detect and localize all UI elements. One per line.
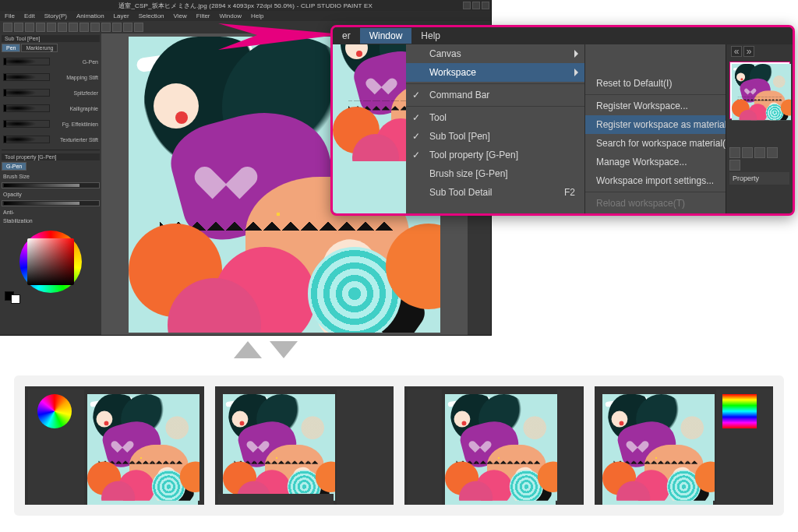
popover-menu-window[interactable]: Window	[360, 28, 412, 44]
menubar: File Edit Story(P) Animation Layer Selec…	[0, 11, 491, 21]
nav-next-icon[interactable]: »	[743, 46, 754, 57]
titlebar: 通室_CSP_坂本ヒメミさん.jpg (2894 x 4093px 72dpi …	[0, 0, 491, 11]
workspace-thumb-2[interactable]	[215, 386, 394, 505]
prop-stab: Stabilization	[3, 218, 33, 224]
maximize-button[interactable]	[472, 2, 480, 9]
navigator-thumbnail[interactable]	[729, 62, 790, 119]
opacity-slider[interactable]	[2, 200, 100, 206]
triangle-up-icon	[234, 341, 262, 358]
transform-icon[interactable]	[112, 23, 122, 32]
window-menu-popover: er Window Help	[330, 25, 795, 216]
prop-anti: Anti-	[3, 210, 14, 215]
brush-mapping[interactable]: Mapping Stift	[2, 70, 100, 84]
subtool-tabs: Pen Markierung	[2, 44, 100, 52]
navigator-palette: « »	[726, 44, 793, 216]
artwork	[223, 394, 335, 501]
paste-icon[interactable]	[90, 23, 100, 32]
shortcut-label: F2	[553, 187, 575, 198]
brush-gpen[interactable]: G-Pen	[2, 55, 100, 69]
toolprop-tab[interactable]: G-Pen	[2, 162, 26, 171]
menu-selection[interactable]: Selection	[134, 12, 169, 19]
flip-icon[interactable]	[767, 147, 778, 158]
brush-preview-icon	[3, 58, 50, 65]
new-icon[interactable]	[14, 23, 23, 32]
brush-preview-icon	[3, 136, 50, 143]
copy-icon[interactable]	[79, 23, 89, 32]
brush-preview-icon	[3, 89, 50, 97]
transform-arrows	[234, 341, 298, 358]
save-icon[interactable]	[36, 23, 45, 32]
menu-file[interactable]: File	[0, 12, 19, 19]
3d-icon[interactable]	[134, 23, 143, 32]
property-label: Property	[729, 172, 789, 185]
brush-preview-icon	[3, 73, 50, 81]
color-wheel[interactable]	[19, 231, 82, 293]
brush-spitzfeder[interactable]: Spitzfeder	[2, 86, 100, 100]
fgbg-swatch[interactable]	[5, 291, 20, 304]
menu-item-commandbar[interactable]: Command Bar	[406, 86, 584, 104]
menu-item-tool[interactable]: Tool	[406, 108, 584, 127]
artwork	[445, 394, 557, 501]
open-icon[interactable]	[25, 23, 34, 32]
triangle-down-icon	[270, 341, 298, 358]
navigator-tools	[729, 147, 789, 171]
select-icon[interactable]	[101, 23, 111, 32]
ruler-icon[interactable]	[123, 23, 132, 32]
left-palette-column: Sub Tool [Pen] Pen Markierung G-Pen Mapp…	[0, 33, 101, 335]
artwork	[732, 64, 791, 120]
nav-prev-icon[interactable]: «	[731, 46, 742, 57]
menu-filter[interactable]: Filter	[192, 12, 215, 19]
popover-menu-help[interactable]: Help	[411, 30, 450, 41]
popover-menu-left[interactable]: er	[333, 30, 360, 41]
workspace-thumbnails	[14, 375, 784, 516]
menu-layer[interactable]: Layer	[109, 12, 134, 19]
tab-marker[interactable]: Markierung	[21, 44, 58, 52]
bg-color-icon[interactable]	[11, 294, 20, 304]
artwork	[333, 44, 406, 161]
menu-item-brushsize[interactable]: Brush size [G-Pen]	[406, 164, 584, 183]
zoom-icon[interactable]	[742, 147, 753, 158]
workspace-thumb-1[interactable]	[25, 386, 204, 505]
fit-icon[interactable]	[729, 160, 740, 171]
window-menu-list: Canvas Workspace Command Bar Tool Sub To…	[406, 44, 585, 216]
menu-item-subtool[interactable]: Sub Tool [Pen]	[406, 127, 584, 146]
artwork	[602, 394, 715, 501]
prop-opacity: Opacity	[3, 192, 22, 197]
brush-kalli[interactable]: Kalligraphie	[2, 101, 100, 115]
color-wheel-icon	[37, 394, 72, 428]
prop-brushsize: Brush Size	[3, 174, 30, 179]
redo-icon[interactable]	[58, 23, 67, 32]
close-button[interactable]	[482, 2, 489, 9]
workspace-thumb-3[interactable]	[404, 386, 584, 505]
menu-animation[interactable]: Animation	[72, 12, 109, 19]
brush-textur[interactable]: Texturierter Stift	[2, 132, 100, 146]
menu-item-workspace[interactable]: Workspace	[406, 63, 584, 82]
rotate-icon[interactable]	[754, 147, 765, 158]
brushsize-slider[interactable]	[2, 182, 100, 188]
menu-view[interactable]: View	[169, 12, 192, 19]
zoom-icon[interactable]	[729, 147, 740, 158]
brush-effekt[interactable]: Fg. Effektlinien	[2, 117, 100, 131]
brush-preview-icon	[3, 104, 50, 112]
popover-canvas-strip	[333, 44, 406, 216]
menu-item-subtooldetail[interactable]: Sub Tool Detail F2	[406, 183, 584, 202]
minimize-button[interactable]	[463, 2, 471, 9]
undo-icon[interactable]	[47, 23, 56, 32]
artwork	[87, 394, 200, 501]
menu-help[interactable]: Help	[246, 12, 268, 19]
menu-item-canvas[interactable]: Canvas	[406, 44, 584, 63]
cut-icon[interactable]	[69, 23, 78, 32]
brush-preview-icon	[3, 120, 50, 128]
menu-window[interactable]: Window	[215, 12, 246, 19]
menu-story[interactable]: Story(P)	[40, 12, 72, 19]
toolprop-header: Tool property [G-Pen]	[2, 153, 100, 160]
menu-item-toolproperty[interactable]: Tool property [G-Pen]	[406, 146, 584, 164]
menu-edit[interactable]: Edit	[19, 12, 40, 19]
title-text: 通室_CSP_坂本ヒメミさん.jpg (2894 x 4093px 72dpi …	[118, 2, 373, 9]
clipstudio-icon[interactable]	[3, 23, 12, 32]
workspace-submenu-area: Reset to Default(I) Register Workspace..…	[585, 44, 793, 216]
color-slider-icon	[722, 394, 757, 428]
tab-pen[interactable]: Pen	[2, 44, 20, 52]
workspace-thumb-4[interactable]	[595, 386, 774, 505]
chevron-right-icon	[574, 50, 578, 58]
